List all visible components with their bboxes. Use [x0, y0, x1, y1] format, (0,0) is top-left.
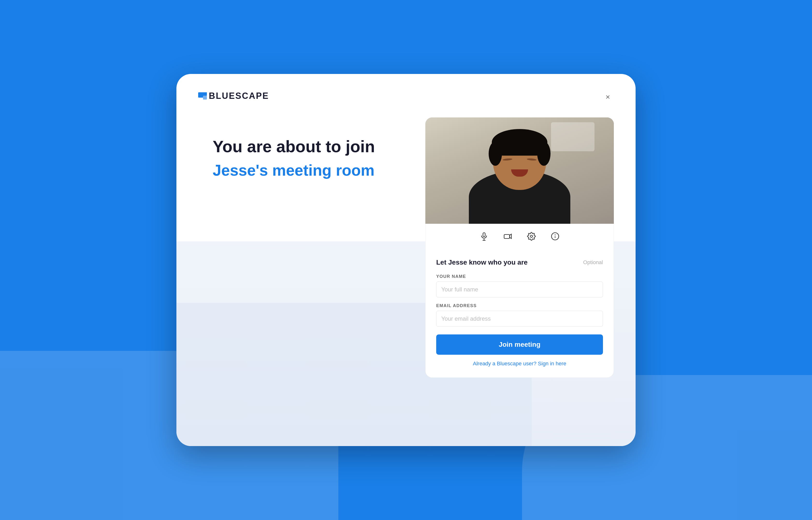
person-figure: [425, 118, 614, 224]
svg-rect-2: [203, 96, 207, 100]
modal-header: BLUESCAPE ×: [198, 91, 614, 103]
modal-body: You are about to join Jesse's meeting ro…: [198, 118, 614, 429]
optional-label: Optional: [583, 259, 603, 265]
logo-text: BLUESCAPE: [209, 91, 269, 101]
left-panel: You are about to join Jesse's meeting ro…: [198, 118, 406, 179]
mouth: [511, 170, 528, 177]
room-name: Jesse's meeting room: [213, 161, 406, 179]
email-field-label: EMAIL ADDRESS: [436, 303, 603, 308]
name-field-group: YOUR NAME: [436, 274, 603, 297]
join-meeting-button[interactable]: Join meeting: [436, 334, 603, 355]
camera-icon[interactable]: [502, 231, 514, 242]
svg-point-9: [530, 235, 533, 237]
svg-marker-3: [203, 92, 207, 96]
name-input[interactable]: [436, 282, 603, 297]
hair-right: [537, 141, 551, 166]
wall-highlight: [551, 122, 595, 151]
signin-link[interactable]: Already a Bluescape user? Sign in here: [436, 361, 603, 367]
settings-icon[interactable]: [526, 231, 537, 242]
info-icon[interactable]: [549, 231, 561, 242]
microphone-icon[interactable]: [478, 231, 490, 242]
form-section: Let Jesse know who you are Optional YOUR…: [425, 249, 614, 378]
name-field-label: YOUR NAME: [436, 274, 603, 279]
video-preview: [425, 118, 614, 224]
hair-left: [489, 141, 502, 166]
svg-rect-4: [483, 233, 485, 237]
right-panel: Let Jesse know who you are Optional YOUR…: [425, 118, 614, 378]
right-eye: [527, 158, 537, 161]
svg-rect-7: [504, 235, 510, 239]
modal-window: BLUESCAPE × You are about to join Jesse'…: [177, 74, 635, 446]
left-eye: [503, 158, 513, 161]
close-button[interactable]: ×: [602, 91, 614, 103]
logo: BLUESCAPE: [198, 91, 269, 101]
join-heading: You are about to join: [213, 137, 406, 157]
email-field-group: EMAIL ADDRESS: [436, 303, 603, 327]
svg-marker-8: [510, 234, 512, 238]
logo-mark-icon: [198, 92, 207, 100]
form-title: Let Jesse know who you are: [436, 259, 528, 266]
email-input[interactable]: [436, 311, 603, 327]
form-header: Let Jesse know who you are Optional: [436, 259, 603, 266]
controls-bar: [425, 224, 614, 249]
